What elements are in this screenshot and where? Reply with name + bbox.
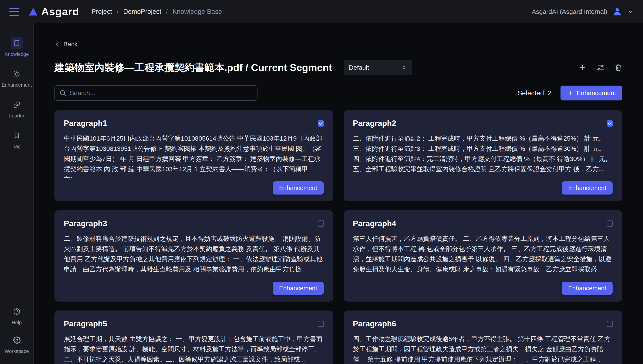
sidebar-item-label: Help — [12, 320, 22, 326]
card-text: 二、依附件進行至節點2： 工程完成時，甲方支付工程總價 %（最高不得逾25%） … — [353, 133, 613, 178]
card-enhancement-button[interactable]: Enhancement — [562, 282, 613, 295]
paragraph-grid: Paragraph1 中華民國101年6月25日內政部台內營字第10108056… — [54, 110, 622, 364]
hamburger-menu-icon[interactable] — [9, 8, 19, 16]
account-label: AsgardAI (Asgard Internal) — [532, 8, 607, 15]
gear-icon — [11, 334, 23, 346]
breadcrumb-separator: / — [166, 8, 168, 16]
top-bar: Asgard Project / DemoProject / Knowledge… — [0, 0, 643, 23]
title-row: 建築物室內裝修—工程承攬契約書範本.pdf / Current Segment … — [54, 60, 622, 75]
search-box — [54, 85, 258, 101]
card-checkbox[interactable] — [607, 120, 613, 126]
back-label: Back — [63, 40, 78, 48]
check-icon — [319, 121, 323, 126]
segment-select[interactable]: Default — [344, 60, 412, 75]
link-icon — [11, 98, 23, 111]
select-updown-icon — [401, 64, 407, 70]
search-input[interactable] — [54, 85, 258, 101]
sidebar-item-workspace[interactable]: Workspace — [5, 334, 29, 354]
search-icon — [59, 90, 66, 97]
sidebar-item-knowledge[interactable]: Knowledge — [5, 37, 29, 57]
card-title: Paragraph2 — [353, 119, 396, 128]
main-content: Back 建築物室內裝修—工程承攬契約書範本.pdf / Current Seg… — [34, 0, 643, 364]
card-title: Paragraph1 — [64, 119, 107, 128]
sidebar-item-label: Knowledge — [5, 52, 29, 57]
sidebar-item-loader[interactable]: Loader — [9, 98, 25, 119]
knowledge-book-icon — [11, 37, 23, 49]
paragraph-card-6: Paragraph6 四、工作物之瑕疵經驗收完成後逾5年者，甲方不得主張。 第十… — [344, 310, 622, 364]
selected-count-label: Selected: 2 — [518, 89, 552, 97]
card-text: 第三人任何損害，乙方應負賠償責任。 二、乙方得依專業分工原則，將本工程分包給第三… — [353, 234, 613, 279]
card-title: Paragraph5 — [64, 320, 107, 328]
card-title: Paragraph3 — [64, 219, 107, 228]
paragraph-card-3: Paragraph3 二、裝修材料應合於建築技術規則之規定，且不得妨害或破壞防火… — [54, 210, 333, 302]
sidebar-item-label: Tag — [13, 144, 21, 150]
chevron-left-icon — [54, 41, 60, 47]
card-text: 中華民國101年6月25日內政部台內營字第1010805614號公告 中華民國1… — [64, 133, 324, 178]
card-checkbox[interactable] — [607, 220, 613, 227]
add-icon[interactable] — [579, 64, 587, 72]
enhancement-button-label: Enhancement — [577, 90, 616, 97]
app-logo: Asgard — [29, 6, 79, 18]
card-enhancement-button[interactable]: Enhancement — [273, 282, 324, 295]
paragraph-card-2: Paragraph2 二、依附件進行至節點2： 工程完成時，甲方支付工程總價 %… — [344, 110, 622, 201]
card-checkbox[interactable] — [607, 321, 613, 327]
sidebar-item-tag[interactable]: Tag — [11, 129, 23, 150]
segment-actions — [579, 64, 622, 72]
sliders-icon[interactable] — [596, 64, 604, 72]
card-title: Paragraph6 — [353, 320, 396, 328]
card-checkbox[interactable] — [318, 220, 324, 227]
account-area: AsgardAI (Asgard Internal) — [532, 7, 634, 16]
enhancement-button[interactable]: Enhancement — [560, 86, 622, 100]
card-checkbox[interactable] — [318, 120, 324, 126]
chevron-down-icon[interactable] — [627, 8, 634, 15]
help-circle-icon — [11, 306, 23, 318]
paragraph-card-5: Paragraph5 展延合理工期，其天數 由雙方協議之： 一、甲方變更設計：包… — [54, 310, 333, 364]
segment-select-value: Default — [349, 64, 369, 71]
card-text: 四、工作物之瑕疵經驗收完成後逾5年者，甲方不得主張。 第十四條 工程管理不當責任… — [353, 334, 613, 364]
card-enhancement-button[interactable]: Enhancement — [562, 181, 613, 194]
card-text: 二、裝修材料應合於建築技術規則之規定，且不得妨害或破壞防火避難設施、 消防設備、… — [64, 234, 324, 279]
breadcrumb: Project / DemoProject / Knowledge Base — [91, 8, 222, 16]
bookmark-icon — [11, 129, 23, 142]
page-title: 建築物室內裝修—工程承攬契約書範本.pdf / Current Segment — [54, 61, 332, 74]
card-checkbox[interactable] — [318, 321, 324, 327]
breadcrumb-project[interactable]: Project — [91, 8, 112, 16]
logo-text: Asgard — [41, 6, 79, 18]
sidebar-item-help[interactable]: Help — [11, 306, 23, 326]
back-button[interactable]: Back — [54, 40, 78, 48]
sidebar: Knowledge Enhancement Loader Tag — [0, 23, 34, 364]
sidebar-item-label: Loader — [9, 113, 25, 119]
user-avatar-icon[interactable] — [612, 7, 622, 16]
logo-triangle-icon — [29, 8, 38, 16]
plus-icon — [567, 90, 574, 96]
card-title: Paragraph4 — [353, 219, 396, 228]
paragraph-card-4: Paragraph4 第三人任何損害，乙方應負賠償責任。 二、乙方得依專業分工原… — [344, 210, 622, 302]
check-icon — [608, 121, 612, 126]
breadcrumb-knowledge-base: Knowledge Base — [172, 8, 222, 16]
card-enhancement-button[interactable]: Enhancement — [273, 181, 324, 194]
paragraph-card-1: Paragraph1 中華民國101年6月25日內政部台內營字第10108056… — [54, 110, 333, 201]
toolbar-row: Selected: 2 Enhancement — [54, 85, 622, 101]
sun-icon — [11, 68, 23, 80]
breadcrumb-separator: / — [117, 8, 119, 16]
sidebar-item-label: Workspace — [5, 348, 29, 354]
sidebar-item-enhancement[interactable]: Enhancement — [2, 68, 32, 88]
breadcrumb-demoproject[interactable]: DemoProject — [123, 8, 161, 16]
trash-icon[interactable] — [614, 64, 622, 72]
card-text: 展延合理工期，其天數 由雙方協議之： 一、甲方變更設計：包含施工前或施工中，甲方… — [64, 334, 324, 364]
sidebar-item-label: Enhancement — [2, 82, 32, 88]
